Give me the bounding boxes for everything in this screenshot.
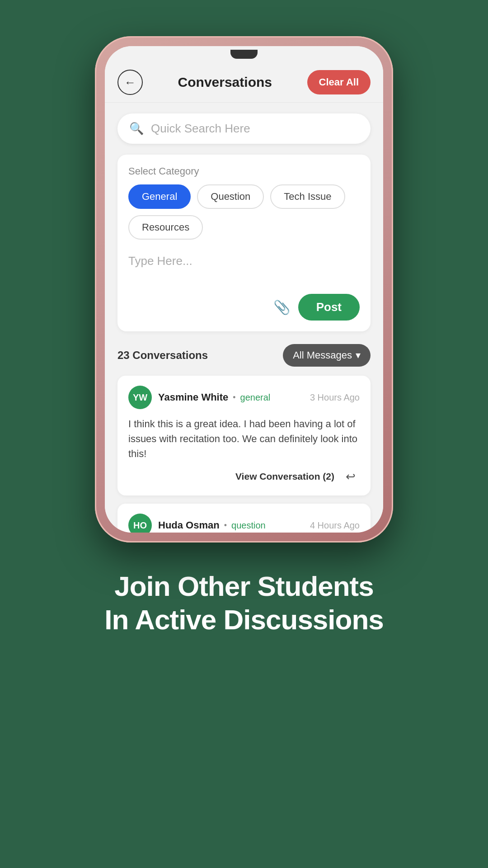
tagline-line1: Join Other Students In Active Discussion… xyxy=(104,570,384,637)
timestamp-1: 3 Hours Ago xyxy=(310,392,360,403)
notch xyxy=(230,50,258,59)
category-pill-resources[interactable]: Resources xyxy=(128,215,203,240)
clear-all-button[interactable]: Clear All xyxy=(307,70,371,94)
phone-screen: ← Conversations Clear All 🔍 Quick Search… xyxy=(105,46,383,533)
conversation-card-2: HO Huda Osman • question 4 Hours Ago @Ya… xyxy=(117,504,371,533)
author-row-2: Huda Osman • question xyxy=(158,519,310,531)
search-placeholder: Quick Search Here xyxy=(151,122,250,136)
screen-content[interactable]: 🔍 Quick Search Here Select Category Gene… xyxy=(105,103,383,533)
filter-button[interactable]: All Messages ▾ xyxy=(283,344,371,367)
attach-icon[interactable]: 📎 xyxy=(273,299,290,315)
conversations-header: 23 Conversations All Messages ▾ xyxy=(117,344,371,367)
dot-sep-2: • xyxy=(224,521,227,530)
filter-label: All Messages xyxy=(293,349,352,361)
card-header-2: HO Huda Osman • question 4 Hours Ago xyxy=(128,514,360,533)
avatar-2: HO xyxy=(128,514,152,533)
card-body-1: I think this is a great idea. I had been… xyxy=(128,416,360,461)
category-tag-1: general xyxy=(240,392,271,403)
reply-icon-1[interactable]: ↩ xyxy=(342,467,360,486)
chevron-down-icon: ▾ xyxy=(356,349,361,361)
category-pill-tech-issue[interactable]: Tech Issue xyxy=(270,184,345,209)
category-pill-question[interactable]: Question xyxy=(197,184,264,209)
conversation-card-1: YW Yasmine White • general 3 Hours Ago I… xyxy=(117,376,371,495)
compose-text-area[interactable]: Type Here... xyxy=(128,250,360,287)
phone-wrapper: ← Conversations Clear All 🔍 Quick Search… xyxy=(95,36,393,542)
author-row-1: Yasmine White • general xyxy=(158,392,310,403)
category-pills: General Question Tech Issue Resources xyxy=(128,184,360,240)
category-pill-general[interactable]: General xyxy=(128,184,191,209)
category-tag-2: question xyxy=(231,520,266,531)
card-footer-1: View Conversation (2) ↩ xyxy=(128,467,360,486)
compose-footer: 📎 Post xyxy=(128,294,360,321)
card-header-1: YW Yasmine White • general 3 Hours Ago xyxy=(128,386,360,409)
dot-sep-1: • xyxy=(233,393,235,402)
compose-box: Select Category General Question Tech Is… xyxy=(117,155,371,331)
search-bar[interactable]: 🔍 Quick Search Here xyxy=(117,113,371,144)
avatar-1: YW xyxy=(128,386,152,409)
conversation-count: 23 Conversations xyxy=(117,349,208,362)
card-meta-1: Yasmine White • general xyxy=(158,392,310,403)
category-label: Select Category xyxy=(128,165,360,177)
author-name-1: Yasmine White xyxy=(158,392,228,403)
page-title: Conversations xyxy=(178,75,272,90)
search-icon: 🔍 xyxy=(129,122,144,136)
status-bar xyxy=(105,46,383,62)
top-nav: ← Conversations Clear All xyxy=(105,62,383,103)
post-button[interactable]: Post xyxy=(298,294,360,321)
view-conversation-link-1[interactable]: View Conversation (2) xyxy=(235,471,334,482)
back-button[interactable]: ← xyxy=(117,70,143,95)
timestamp-2: 4 Hours Ago xyxy=(310,520,360,531)
card-meta-2: Huda Osman • question xyxy=(158,519,310,531)
back-arrow-icon: ← xyxy=(124,76,136,88)
bottom-tagline: Join Other Students In Active Discussion… xyxy=(68,542,420,673)
author-name-2: Huda Osman xyxy=(158,519,220,531)
